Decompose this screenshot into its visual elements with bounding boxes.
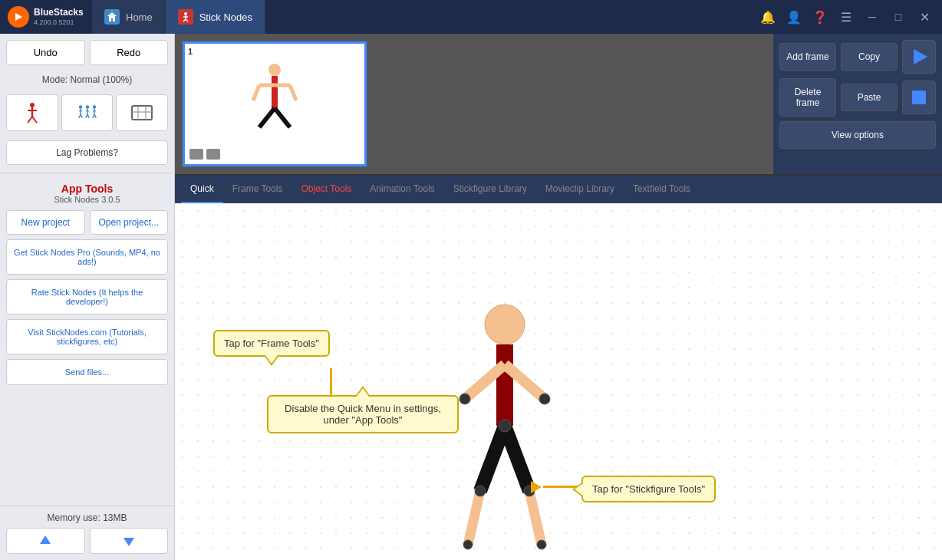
svg-point-54 [537, 540, 546, 549]
tooltip-arrow-up-inner-2 [357, 388, 369, 397]
home-icon [104, 9, 120, 25]
svg-line-36 [259, 108, 275, 127]
rate-label: Rate Stick Nodes (It helps the developer… [31, 288, 143, 306]
undo-button[interactable]: Undo [6, 40, 85, 65]
canvas-area[interactable]: Tap for "Frame Tools" Disable the Quick … [175, 203, 942, 560]
frame-controls: Add frame Copy Delete frame Paste View o… [773, 34, 942, 174]
sticknodes-tab-icon [178, 9, 193, 25]
titlebar: BlueStacks 4.200.0.5201 Home Stick Nodes… [0, 0, 942, 34]
account-button[interactable]: 👤 [782, 5, 805, 28]
redo-button[interactable]: Redo [90, 40, 169, 65]
copy-button[interactable]: Copy [841, 43, 898, 71]
open-project-label: Open project... [98, 217, 159, 228]
tooltip-arrow-left-inner [575, 483, 583, 496]
stop-icon [912, 91, 926, 104]
app-tools-section: App Tools Stick Nodes 3.0.5 New project … [0, 176, 174, 396]
visit-website-button[interactable]: Visit StickNodes.com (Tutorials, stickfi… [6, 319, 168, 354]
minimize-button[interactable]: ─ [861, 5, 884, 28]
menu-button[interactable]: ☰ [835, 5, 858, 28]
help-button[interactable]: ❓ [809, 5, 832, 28]
quick-menu-tooltip: Disable the Quick Menu in settings, unde… [267, 395, 459, 433]
memory-label: Memory use: 13MB [6, 512, 168, 523]
get-pro-label: Get Stick Nodes Pro (Sounds, MP4, no ads… [14, 248, 160, 266]
play-icon [914, 49, 927, 64]
open-project-button[interactable]: Open project... [90, 210, 169, 235]
app-tools-title: App Tools [6, 183, 168, 195]
frame-thumbnail[interactable]: 1 [183, 41, 367, 166]
stickfigure-tools-tooltip: Tap for "Stickfigure Tools" [581, 476, 716, 502]
bluestacks-text: BlueStacks 4.200.0.5201 [34, 7, 84, 26]
frame-icon-2 [206, 149, 220, 160]
frame-icon-1 [189, 149, 203, 160]
svg-marker-31 [40, 535, 51, 544]
stickfigure-arrowhead [531, 481, 542, 493]
rate-button[interactable]: Rate Stick Nodes (It helps the developer… [6, 279, 168, 315]
tab-textfield-tools[interactable]: Textfield Tools [624, 176, 700, 203]
memory-btn-row [6, 528, 168, 554]
svg-line-10 [28, 117, 32, 123]
frame-number: 1 [188, 47, 193, 56]
lag-problems-button[interactable]: Lag Problems? [6, 140, 168, 165]
svg-point-51 [475, 486, 486, 496]
svg-point-50 [539, 394, 550, 404]
close-button[interactable]: ✕ [913, 5, 936, 28]
project-row: New project Open project... [6, 210, 168, 235]
mode-label: Mode: Normal (100%) [0, 71, 174, 90]
tab-sticknodes[interactable]: Stick Nodes [166, 0, 265, 34]
svg-point-22 [92, 105, 96, 109]
svg-point-7 [30, 103, 35, 107]
svg-rect-27 [132, 106, 152, 120]
bluestacks-icon [8, 6, 29, 28]
svg-line-46 [468, 491, 480, 545]
svg-line-16 [81, 114, 82, 118]
right-panel: 1 Add f [175, 34, 942, 560]
send-files-button[interactable]: Send files... [6, 359, 168, 385]
undo-redo-row: Undo Redo [0, 34, 174, 71]
paste-button[interactable]: Paste [841, 84, 898, 111]
maximize-button[interactable]: □ [887, 5, 910, 28]
tab-stickfigure-library[interactable]: Stickfigure Library [444, 176, 536, 203]
stop-button[interactable] [902, 81, 936, 114]
add-frame-button[interactable]: Add frame [779, 43, 836, 71]
bell-button[interactable]: 🔔 [756, 5, 779, 28]
new-project-button[interactable]: New project [6, 210, 85, 235]
svg-point-49 [459, 394, 470, 404]
svg-line-38 [253, 85, 259, 100]
svg-point-48 [499, 420, 511, 432]
add-copy-row: Add frame Copy [779, 40, 936, 74]
delete-frame-button[interactable]: Delete frame [779, 78, 836, 117]
sidebar-footer: Memory use: 13MB [0, 506, 174, 560]
frame-strip: 1 Add f [175, 34, 942, 176]
tab-movieclip-library[interactable]: Movieclip Library [536, 176, 624, 203]
tab-quick[interactable]: Quick [181, 176, 223, 203]
svg-line-6 [186, 19, 188, 21]
delete-paste-row: Delete frame Paste [779, 78, 936, 117]
group-tool-button[interactable] [61, 94, 114, 131]
frame-strip-spacer [374, 34, 773, 174]
svg-line-47 [529, 491, 542, 545]
stickfigure-tool-button[interactable] [6, 94, 58, 131]
svg-line-45 [505, 426, 529, 491]
svg-line-26 [94, 114, 96, 118]
memory-down-button[interactable] [90, 528, 169, 554]
tooltip-arrow-down-inner-1 [265, 355, 278, 364]
tab-animation-tools[interactable]: Animation Tools [361, 176, 444, 203]
svg-point-33 [268, 64, 281, 76]
tab-home[interactable]: Home [92, 0, 166, 34]
frame-tools-tooltip: Tap for "Frame Tools" [213, 330, 330, 357]
play-button[interactable] [902, 40, 936, 74]
titlebar-actions: 🔔 👤 ❓ ☰ ─ □ ✕ [756, 5, 942, 28]
svg-point-2 [184, 12, 187, 15]
frame-icons [189, 149, 220, 160]
sidebar: Undo Redo Mode: Normal (100%) [0, 34, 175, 560]
scene-tool-button[interactable] [116, 94, 168, 131]
view-options-button[interactable]: View options [779, 121, 936, 149]
memory-up-button[interactable] [6, 528, 85, 554]
svg-point-12 [78, 105, 82, 109]
tab-object-tools[interactable]: Object Tools [292, 176, 361, 203]
get-pro-button[interactable]: Get Stick Nodes Pro (Sounds, MP4, no ads… [6, 239, 168, 275]
svg-marker-32 [124, 538, 134, 546]
main-layout: Undo Redo Mode: Normal (100%) [0, 34, 942, 560]
visit-label: Visit StickNodes.com (Tutorials, stickfi… [28, 328, 147, 346]
tab-frame-tools[interactable]: Frame Tools [223, 176, 292, 203]
